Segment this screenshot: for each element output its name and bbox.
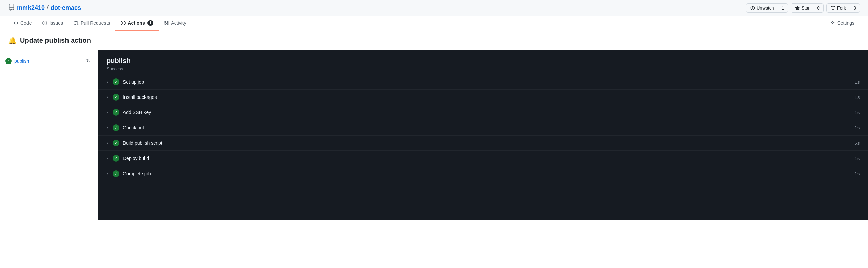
refresh-button[interactable]: ↻ — [84, 57, 93, 65]
step-name: Complete job — [123, 171, 151, 176]
tab-issues-label: Issues — [49, 20, 63, 26]
step-success-icon: ✓ — [113, 155, 119, 162]
fork-button[interactable]: Fork — [827, 4, 850, 12]
step-name: Add SSH key — [123, 110, 151, 115]
step-duration: 1s — [854, 79, 860, 85]
job-detail-title: publish — [107, 57, 860, 65]
job-success-icon: ✓ — [5, 58, 12, 64]
tab-settings[interactable]: Settings — [825, 16, 860, 31]
chevron-right-icon: › — [107, 95, 108, 100]
main-layout: ✓ publish ↻ publish Success › ✓ Set up j… — [0, 50, 868, 220]
sidebar: ✓ publish ↻ — [0, 50, 98, 220]
fork-group: Fork 0 — [826, 3, 860, 13]
star-button[interactable]: Star — [791, 4, 814, 12]
chevron-right-icon: › — [107, 156, 108, 161]
page-title-row: 🔔 Update publish action — [0, 31, 868, 50]
job-step-left: › ✓ Set up job — [107, 78, 144, 85]
chevron-right-icon: › — [107, 79, 108, 84]
repo-icon — [8, 4, 15, 12]
step-duration: 5s — [854, 141, 860, 146]
step-name: Build publish script — [123, 140, 162, 146]
job-step[interactable]: › ✓ Set up job 1s — [98, 74, 868, 90]
job-step[interactable]: › ✓ Deploy build 1s — [98, 151, 868, 166]
step-duration: 1s — [854, 125, 860, 130]
tab-activity[interactable]: Activity — [159, 16, 191, 31]
step-duration: 1s — [854, 95, 860, 100]
job-detail-panel: publish Success › ✓ Set up job 1s › ✓ In… — [98, 50, 868, 220]
repo-title: mmk2410 / dot-emacs — [8, 4, 81, 12]
step-success-icon: ✓ — [113, 170, 119, 177]
tab-actions-label: Actions — [128, 20, 145, 26]
job-step[interactable]: › ✓ Check out 1s — [98, 120, 868, 136]
step-success-icon: ✓ — [113, 94, 119, 101]
page-title: Update publish action — [20, 37, 91, 44]
step-duration: 1s — [854, 156, 860, 161]
chevron-right-icon: › — [107, 110, 108, 115]
chevron-right-icon: › — [107, 171, 108, 176]
job-detail-status: Success — [107, 66, 860, 71]
tab-code[interactable]: Code — [8, 16, 37, 31]
job-detail-header: publish Success — [98, 50, 868, 74]
job-step-left: › ✓ Install packages — [107, 94, 157, 101]
step-success-icon: ✓ — [113, 109, 119, 116]
star-group: Star 0 — [791, 3, 824, 13]
tab-actions[interactable]: Actions 1 — [115, 16, 159, 31]
tab-pull-requests-label: Pull Requests — [81, 20, 110, 26]
step-name: Check out — [123, 125, 144, 130]
sidebar-job-item[interactable]: ✓ publish ↻ — [0, 54, 98, 68]
repo-name[interactable]: dot-emacs — [51, 4, 81, 12]
unwatch-button[interactable]: Unwatch — [746, 4, 778, 12]
job-step[interactable]: › ✓ Build publish script 5s — [98, 136, 868, 151]
fork-label: Fork — [837, 5, 846, 11]
page-title-icon: 🔔 — [8, 36, 17, 44]
step-name: Set up job — [123, 79, 144, 85]
step-name: Install packages — [123, 94, 157, 100]
job-step-left: › ✓ Add SSH key — [107, 109, 151, 116]
tab-issues[interactable]: Issues — [37, 16, 68, 31]
job-step-left: › ✓ Build publish script — [107, 140, 162, 146]
unwatch-count[interactable]: 1 — [778, 4, 787, 12]
top-actions: Unwatch 1 Star 0 Fork 0 — [746, 3, 860, 13]
repo-separator: / — [47, 4, 49, 12]
job-step-left: › ✓ Complete job — [107, 170, 151, 177]
unwatch-label: Unwatch — [757, 5, 774, 11]
star-count[interactable]: 0 — [814, 4, 823, 12]
job-step[interactable]: › ✓ Complete job 1s — [98, 166, 868, 181]
sidebar-job-label: publish — [14, 58, 29, 64]
repo-owner[interactable]: mmk2410 — [17, 4, 45, 12]
sidebar-job-left: ✓ publish — [5, 58, 29, 64]
star-label: Star — [802, 5, 810, 11]
step-duration: 1s — [854, 110, 860, 115]
fork-count[interactable]: 0 — [850, 4, 860, 12]
job-step-left: › ✓ Check out — [107, 124, 144, 131]
page-content: 🔔 Update publish action ✓ publish ↻ publ… — [0, 31, 868, 220]
tab-code-label: Code — [20, 20, 32, 26]
step-duration: 1s — [854, 171, 860, 176]
step-name: Deploy build — [123, 156, 149, 161]
step-success-icon: ✓ — [113, 140, 119, 146]
top-bar: mmk2410 / dot-emacs Unwatch 1 Star 0 For… — [0, 0, 868, 16]
chevron-right-icon: › — [107, 125, 108, 130]
job-step-left: › ✓ Deploy build — [107, 155, 149, 162]
job-step[interactable]: › ✓ Install packages 1s — [98, 90, 868, 105]
nav-tabs: Code Issues Pull Requests Actions 1 Acti… — [0, 16, 868, 31]
job-steps: › ✓ Set up job 1s › ✓ Install packages 1… — [98, 74, 868, 181]
tab-actions-badge: 1 — [147, 20, 154, 26]
tab-settings-label: Settings — [837, 20, 854, 26]
tab-pull-requests[interactable]: Pull Requests — [69, 16, 115, 31]
chevron-right-icon: › — [107, 141, 108, 145]
step-success-icon: ✓ — [113, 124, 119, 131]
unwatch-group: Unwatch 1 — [746, 3, 788, 13]
step-success-icon: ✓ — [113, 78, 119, 85]
job-step[interactable]: › ✓ Add SSH key 1s — [98, 105, 868, 120]
tab-activity-label: Activity — [171, 20, 186, 26]
